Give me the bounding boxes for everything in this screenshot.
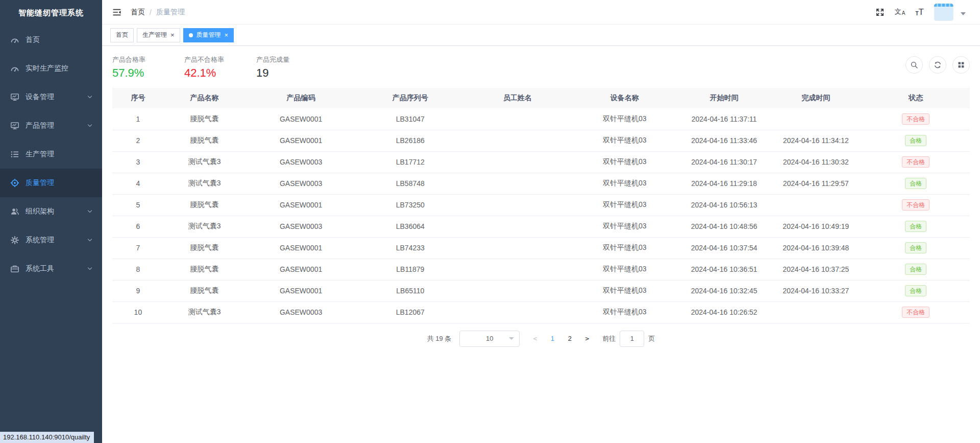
table-cell: GASEW0001 (245, 259, 356, 280)
status-url-tooltip: 192.168.110.140:9010/quailty (0, 432, 94, 443)
goto-label: 前往 (602, 334, 616, 343)
table-cell: GASEW0001 (245, 237, 356, 259)
table-cell: 4 (112, 173, 164, 194)
sidebar-item-label: 组织架构 (26, 207, 87, 216)
table-cell: LB17712 (357, 151, 464, 173)
table-row: 10测试气囊3GASEW0003LB12067双针平缝机032024-04-16… (112, 301, 970, 323)
table-cell: 2024-04-16 10:48:56 (678, 216, 770, 237)
chevron-down-icon[interactable] (961, 12, 966, 15)
tab-2[interactable]: 质量管理× (183, 28, 234, 42)
status-badge: 不合格 (902, 307, 929, 318)
table-cell: LB73250 (357, 194, 464, 216)
quality-table: 序号产品名称产品编码产品序列号员工姓名设备名称开始时间完成时间状态 1腰脱气囊G… (112, 88, 970, 323)
table-cell: LB36064 (357, 216, 464, 237)
table-row: 3测试气囊3GASEW0003LB17712双针平缝机032024-04-16 … (112, 151, 970, 173)
chevron-down-icon (87, 208, 93, 215)
font-size-icon[interactable]: TT (916, 8, 924, 16)
table-cell: 2024-04-16 10:36:51 (678, 259, 770, 280)
device-monitor-icon (10, 92, 19, 102)
prev-page-button[interactable]: < (528, 332, 542, 346)
table-cell (464, 259, 571, 280)
fullscreen-icon[interactable] (875, 8, 885, 17)
column-header: 设备名称 (571, 88, 678, 108)
stat-2: 产品完成量19 (256, 55, 328, 80)
table-cell: 2024-04-16 10:26:52 (678, 301, 770, 323)
breadcrumb-home[interactable]: 首页 (131, 8, 145, 17)
tab-0[interactable]: 首页 (110, 28, 134, 42)
sidebar-collapse-icon[interactable] (112, 8, 121, 17)
table-cell (464, 280, 571, 301)
table-cell: GASEW0001 (245, 280, 356, 301)
sidebar-item-label: 实时生产监控 (26, 64, 93, 73)
active-tab-dot (189, 33, 193, 37)
sidebar-item-8[interactable]: 系统工具 (0, 254, 102, 283)
table-row: 9腰脱气囊GASEW0001LB65110双针平缝机032024-04-16 1… (112, 280, 970, 301)
pagination: 共 19 条 10 <12> 前往 页 (112, 331, 970, 347)
language-icon-zh: 文 (895, 8, 901, 15)
close-icon[interactable]: × (170, 32, 175, 38)
sidebar-item-3[interactable]: 产品管理 (0, 111, 102, 140)
table-cell: 6 (112, 216, 164, 237)
status-badge: 合格 (905, 178, 926, 189)
table-row: 5腰脱气囊GASEW0001LB73250双针平缝机032024-04-16 1… (112, 194, 970, 216)
column-header: 产品编码 (245, 88, 356, 108)
sidebar-item-7[interactable]: 系统管理 (0, 226, 102, 254)
table-cell: GASEW0003 (245, 151, 356, 173)
tab-1[interactable]: 生产管理× (137, 28, 180, 42)
production-list-icon (10, 150, 19, 159)
table-cell: GASEW0003 (245, 173, 356, 194)
table-cell: GASEW0003 (245, 301, 356, 323)
goto-page-input[interactable] (620, 331, 644, 347)
sidebar: 智能缝纫管理系统 首页实时生产监控设备管理产品管理生产管理质量管理组织架构系统管… (0, 0, 102, 443)
table-row: 2腰脱气囊GASEW0001LB26186双针平缝机032024-04-16 1… (112, 130, 970, 151)
table-cell: 5 (112, 194, 164, 216)
table-cell: 测试气囊3 (164, 151, 246, 173)
table-cell: LB26186 (357, 130, 464, 151)
table-cell: 8 (112, 259, 164, 280)
table-cell (464, 130, 571, 151)
page-number-1[interactable]: 1 (545, 332, 559, 346)
status-badge: 合格 (905, 264, 926, 275)
stat-value: 42.1% (184, 66, 256, 80)
status-badge: 不合格 (902, 156, 929, 168)
table-cell: 合格 (862, 130, 970, 151)
table-cell: 双针平缝机03 (571, 280, 678, 301)
product-monitor-icon (10, 121, 19, 130)
chevron-down-icon (87, 94, 93, 100)
avatar[interactable] (934, 4, 953, 21)
sidebar-item-6[interactable]: 组织架构 (0, 197, 102, 226)
sidebar-item-1[interactable]: 实时生产监控 (0, 54, 102, 83)
table-cell: GASEW0003 (245, 216, 356, 237)
page-size-select[interactable]: 10 (459, 331, 520, 347)
search-button[interactable] (905, 56, 923, 74)
table-toolbar (905, 56, 970, 74)
page-content: 产品合格率57.9%产品不合格率42.1%产品完成量19 序号产品名称产品编码产… (102, 46, 980, 443)
grid-columns-button[interactable] (952, 56, 970, 74)
sidebar-item-label: 系统管理 (26, 236, 87, 245)
table-cell: 2024-04-16 10:39:48 (770, 237, 862, 259)
refresh-icon (934, 61, 942, 69)
stat-label: 产品合格率 (112, 55, 184, 64)
refresh-button[interactable] (929, 56, 946, 74)
page-number-2[interactable]: 2 (562, 332, 577, 346)
table-cell (770, 108, 862, 130)
table-row: 7腰脱气囊GASEW0001LB74233双针平缝机032024-04-16 1… (112, 237, 970, 259)
stats-group: 产品合格率57.9%产品不合格率42.1%产品完成量19 (112, 55, 328, 80)
sidebar-item-label: 系统工具 (26, 264, 87, 273)
table-cell: LB12067 (357, 301, 464, 323)
status-badge: 不合格 (902, 113, 929, 125)
sidebar-item-0[interactable]: 首页 (0, 26, 102, 54)
tab-label: 生产管理 (142, 31, 167, 39)
table-cell: 测试气囊3 (164, 173, 246, 194)
sidebar-item-4[interactable]: 生产管理 (0, 140, 102, 169)
next-page-button[interactable]: > (580, 332, 594, 346)
sidebar-item-5[interactable]: 质量管理 (0, 169, 102, 197)
chevron-down-icon (87, 123, 93, 129)
sidebar-item-label: 首页 (26, 35, 93, 44)
table-cell (770, 194, 862, 216)
table-cell: 合格 (862, 216, 970, 237)
close-icon[interactable]: × (225, 32, 229, 38)
language-icon[interactable]: 文A (895, 8, 905, 16)
sidebar-item-2[interactable]: 设备管理 (0, 83, 102, 111)
table-cell: 2024-04-16 11:34:12 (770, 130, 862, 151)
